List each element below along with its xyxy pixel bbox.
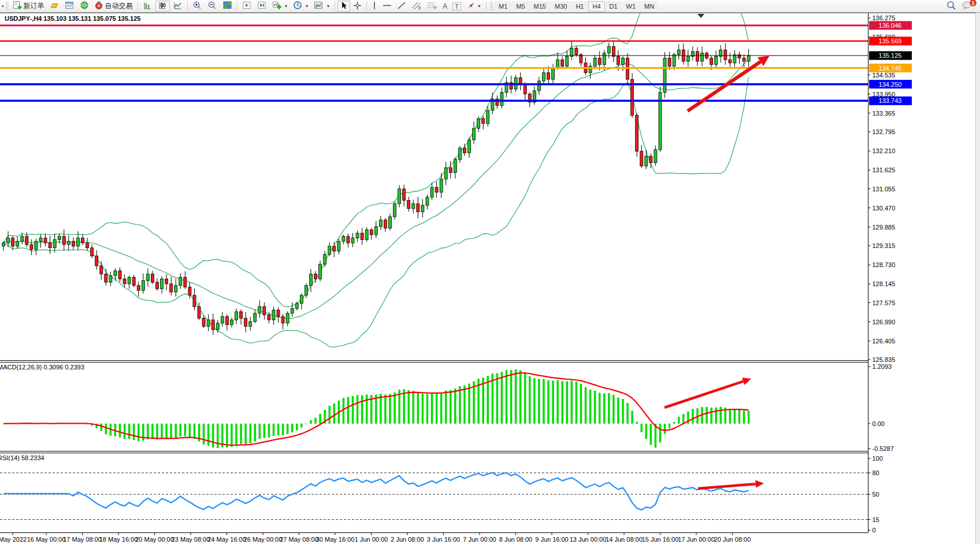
svg-text:136.275: 136.275 [873,14,896,21]
channel-tool-button[interactable]: E [409,1,424,12]
webphone-icon [80,1,89,12]
horizontal-level-lines [0,25,868,101]
separator [187,2,188,11]
svg-text:126.405: 126.405 [873,338,896,345]
timeframe-m5-button[interactable]: M5 [512,1,529,12]
svg-text:7 Jun 00:00: 7 Jun 00:00 [463,536,496,543]
timeframe-mn-button[interactable]: MN [640,1,658,12]
svg-text:20 Jun 08:00: 20 Jun 08:00 [714,536,751,543]
svg-text:-0.5287: -0.5287 [873,445,894,452]
arrows-tool-icon [466,1,475,12]
svg-text:129.885: 129.885 [873,224,896,231]
cursor-tool-button[interactable] [337,1,350,12]
autotrade-button[interactable]: 自动交易 [92,1,135,12]
timeframe-w1-button[interactable]: W1 [622,1,640,12]
line-chart-mode-button[interactable] [170,1,185,12]
separator [335,2,335,11]
gold-ingot-icon [50,1,60,12]
timeframe-h1-button[interactable]: H1 [571,1,588,12]
svg-text:20 May 00:00: 20 May 00:00 [135,536,174,543]
svg-text:9 Jun 16:00: 9 Jun 16:00 [535,536,569,543]
search-button[interactable] [944,1,959,12]
bollinger-bands [3,13,749,347]
rsi-line [3,473,749,510]
svg-text:136.046: 136.046 [879,22,902,29]
horizontal-line-icon [383,1,392,12]
separator [138,2,138,11]
chart-window-icon [65,1,75,12]
svg-text:133.950: 133.950 [873,91,896,98]
tile-windows-icon [222,1,232,12]
bar-chart-mode-button[interactable] [140,1,155,12]
timeframe-h4-button[interactable]: H4 [588,1,604,12]
clock-icon [293,1,302,12]
chart-area[interactable]: 136.275135.690134.535133.950133.365132.7… [0,13,980,544]
svg-text:17 May 08:00: 17 May 08:00 [63,536,102,543]
timeframe-m1-button[interactable]: M1 [495,1,511,12]
timeframe-m30-button[interactable]: M30 [551,1,571,12]
separator [486,2,487,11]
gold-symbol-button[interactable] [47,1,62,12]
svg-text:18 May 16:00: 18 May 16:00 [99,536,138,543]
vertical-line-tool-button[interactable] [369,1,380,12]
arrows-tool-button[interactable]: ▼ [464,1,484,12]
webphone-button[interactable] [77,1,91,12]
toolbar: ▾ 新订单 自动交易 [0,0,980,13]
toolbar-overflow-icon[interactable]: ▾ [2,4,4,9]
svg-text:May 2022: May 2022 [0,536,27,543]
date-axis: May 202216 May 00:0017 May 08:0018 May 1… [0,533,751,543]
trendline-tool-button[interactable] [395,1,409,12]
zoom-in-button[interactable] [190,1,205,12]
svg-text:132.210: 132.210 [873,147,896,154]
tile-windows-button[interactable] [220,1,235,12]
indicators-button[interactable]: ▼ [270,1,291,12]
label-tool-icon: T [452,2,461,10]
timeframe-m15-button[interactable]: M15 [530,1,550,12]
trendline-icon [397,1,406,12]
step-forward-button[interactable] [240,1,254,12]
notification-badge: 1 [970,0,977,6]
new-order-button[interactable]: 新订单 [10,1,47,12]
chart-window-button[interactable] [62,1,77,12]
separator [237,2,237,11]
search-icon [946,1,956,12]
svg-text:15: 15 [873,516,879,523]
candlestick-icon [158,1,168,12]
window-scrollbar[interactable] [975,13,980,544]
zoom-out-button[interactable] [205,1,220,12]
text-tool-button[interactable]: A [440,1,450,12]
svg-text:133.365: 133.365 [873,110,896,117]
crosshair-tool-button[interactable] [351,1,364,12]
add-indicator-icon [272,1,282,12]
chevron-down-icon: ▼ [326,4,330,8]
step-to-end-button[interactable] [255,1,269,12]
svg-text:14 Jun 08:00: 14 Jun 08:00 [606,536,643,543]
templates-button[interactable]: ▼ [311,1,332,12]
svg-text:1.2093: 1.2093 [873,363,892,370]
horizontal-line-tool-button[interactable] [380,1,394,12]
svg-text:134.535: 134.535 [873,72,896,79]
equidistant-channel-icon: E [411,1,422,12]
label-tool-button[interactable]: T [450,1,463,12]
bar-chart-icon [143,1,153,12]
price-chart[interactable]: 136.275135.690134.535133.950133.365132.7… [0,13,980,544]
notifications-button[interactable]: 1 [959,1,974,12]
toolbar-grip[interactable] [6,2,9,10]
svg-text:E: E [418,6,421,10]
autotrade-label: 自动交易 [105,1,133,11]
toolbar-grip[interactable] [490,2,493,10]
svg-text:30 May 16:00: 30 May 16:00 [316,536,355,543]
autotrade-icon [94,1,103,12]
chevron-down-icon: ▼ [477,4,481,8]
periods-button[interactable]: ▼ [291,1,311,12]
fibonacci-tool-button[interactable]: F [425,1,440,12]
timeframe-d1-button[interactable]: D1 [606,1,622,12]
svg-text:135.569: 135.569 [879,38,902,45]
step-forward-icon [242,1,252,12]
crosshair-icon [353,1,362,12]
candlestick-mode-button[interactable] [155,1,170,12]
svg-text:23 May 08:00: 23 May 08:00 [172,536,210,543]
separator [366,2,367,11]
svg-text:26 May 00:00: 26 May 00:00 [244,536,283,543]
svg-text:131.625: 131.625 [873,166,896,173]
